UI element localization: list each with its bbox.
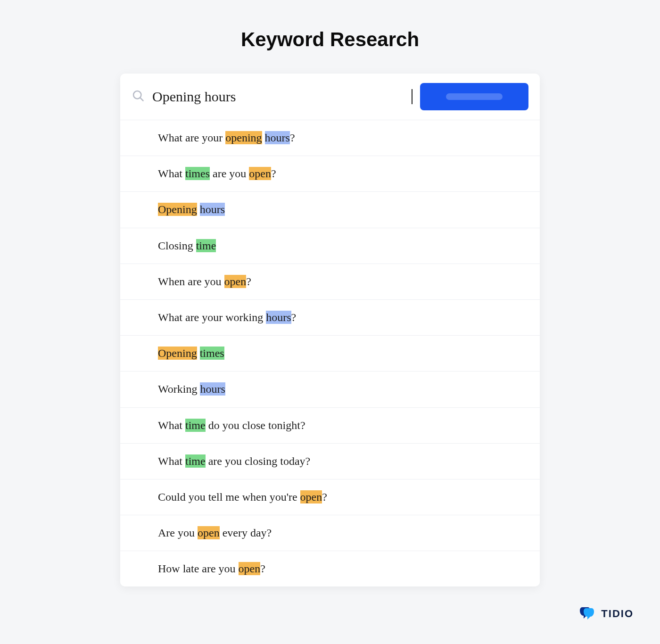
brand-name: TIDIO — [601, 608, 634, 620]
text-segment: ? — [260, 562, 265, 575]
text-segment — [197, 203, 200, 215]
text-segment: every day? — [220, 527, 272, 539]
highlight-green: times — [185, 167, 210, 180]
text-segment — [262, 132, 265, 144]
highlight-orange: open — [300, 490, 322, 504]
highlight-blue: hours — [265, 131, 290, 144]
highlight-blue: hours — [200, 203, 225, 216]
result-row[interactable]: Could you tell me when you're open? — [120, 479, 540, 515]
text-segment: ? — [290, 132, 295, 144]
text-segment: What are your working — [158, 311, 266, 323]
result-row[interactable]: What time are you closing today? — [120, 443, 540, 479]
highlight-orange: open — [198, 526, 220, 539]
result-row[interactable]: Closing time — [120, 228, 540, 264]
text-segment: Are you — [158, 527, 198, 539]
text-segment: are you — [210, 167, 249, 180]
text-segment: When are you — [158, 275, 224, 288]
result-row[interactable]: Opening times — [120, 335, 540, 371]
result-row[interactable]: What times are you open? — [120, 156, 540, 191]
brand-logo: TIDIO — [579, 606, 634, 621]
highlight-blue: hours — [200, 382, 225, 396]
search-card: Opening hours What are your opening hour… — [120, 74, 540, 586]
text-segment: What are your — [158, 132, 225, 144]
highlight-orange: open — [249, 167, 271, 180]
result-row[interactable]: Are you open every day? — [120, 515, 540, 551]
chat-bubble-icon — [579, 606, 596, 621]
highlight-green: times — [200, 347, 224, 360]
result-row[interactable]: How late are you open? — [120, 551, 540, 586]
text-segment: What — [158, 455, 185, 467]
page-title: Keyword Research — [241, 28, 419, 51]
svg-line-1 — [140, 98, 143, 100]
search-icon — [132, 89, 145, 104]
text-segment: ? — [322, 491, 327, 503]
result-row[interactable]: Opening hours — [120, 191, 540, 227]
text-segment: ? — [246, 275, 251, 288]
text-segment — [197, 347, 200, 359]
text-segment: are you closing today? — [206, 455, 311, 467]
text-segment: do you close tonight? — [206, 419, 305, 431]
search-button-placeholder — [446, 93, 503, 100]
results-list: What are your opening hours?What times a… — [120, 120, 540, 586]
highlight-green: time — [185, 454, 206, 468]
text-segment: ? — [291, 311, 297, 323]
highlight-orange: Opening — [158, 347, 197, 360]
highlight-orange: open — [239, 562, 261, 575]
result-row[interactable]: Working hours — [120, 371, 540, 407]
result-row[interactable]: What are your working hours? — [120, 299, 540, 335]
highlight-orange: opening — [225, 131, 262, 144]
text-segment: How late are you — [158, 562, 239, 575]
text-segment: What — [158, 167, 185, 180]
highlight-green: time — [185, 419, 206, 432]
text-segment: Could you tell me when you're — [158, 491, 300, 503]
highlight-green: time — [196, 239, 216, 252]
search-row: Opening hours — [120, 74, 540, 120]
highlight-orange: open — [224, 275, 247, 288]
text-segment: What — [158, 419, 185, 431]
search-input-wrap[interactable]: Opening hours — [152, 89, 412, 105]
text-cursor — [412, 89, 412, 104]
result-row[interactable]: What time do you close tonight? — [120, 407, 540, 443]
search-button[interactable] — [420, 83, 528, 110]
text-segment: Closing — [158, 239, 196, 252]
highlight-orange: Opening — [158, 203, 197, 216]
text-segment: Working — [158, 383, 200, 395]
result-row[interactable]: What are your opening hours? — [120, 120, 540, 156]
result-row[interactable]: When are you open? — [120, 264, 540, 299]
highlight-blue: hours — [266, 311, 291, 324]
text-segment: ? — [271, 167, 276, 180]
search-input[interactable]: Opening hours — [152, 89, 412, 105]
